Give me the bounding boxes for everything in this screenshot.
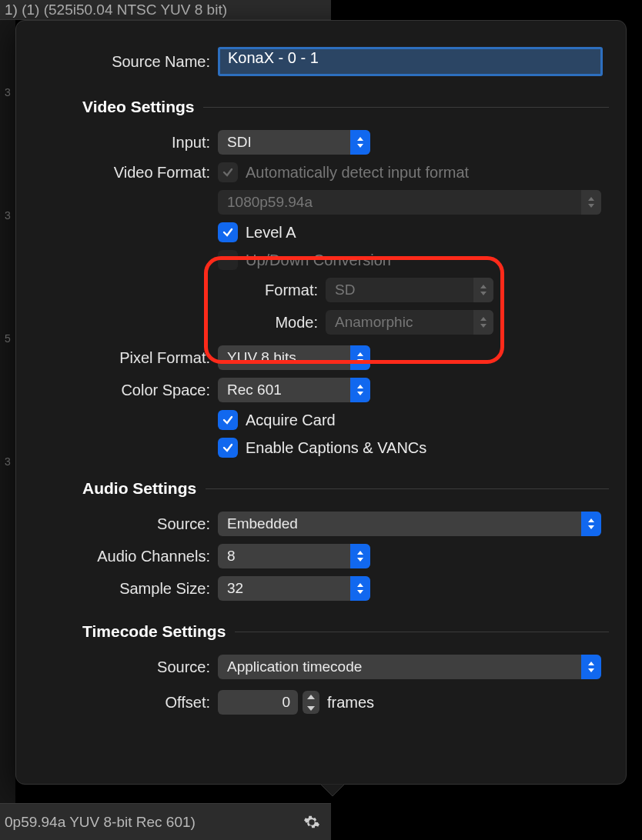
input-select[interactable]: SDI [218,130,370,155]
updown-arrows-icon [581,512,601,536]
updown-arrows-icon [350,345,370,370]
side-tick: 3 [5,455,11,468]
offset-value: 0 [282,694,290,711]
color-space-label: Color Space: [39,382,218,399]
audio-source-select[interactable]: Embedded [218,512,601,536]
conv-mode-value: Anamorphic [335,314,413,331]
audio-source-label: Source: [39,515,218,533]
conv-format-label: Format: [39,282,326,299]
color-space-select[interactable]: Rec 601 [218,378,370,402]
offset-stepper[interactable] [303,691,319,714]
stepper-down-icon[interactable] [303,702,319,714]
offset-unit: frames [327,694,374,712]
background-titlebar-text: 1) (1) (525i50.04 NTSC YUV 8 bit) [5,2,227,18]
divider [235,632,609,632]
stepper-up-icon[interactable] [303,691,319,702]
sample-size-value: 32 [227,580,243,597]
conv-format-select: SD [326,278,493,302]
pixel-format-select[interactable]: YUV 8 bits [218,345,370,370]
audio-settings-title: Audio Settings [39,479,206,498]
offset-input[interactable]: 0 [218,690,298,715]
auto-detect-label: Automatically detect input format [246,164,469,182]
background-titlebar: 1) (1) (525i50.04 NTSC YUV 8 bit) [0,0,331,20]
conv-mode-select: Anamorphic [326,310,493,335]
source-name-input[interactable]: KonaX - 0 - 1 [218,47,603,76]
updown-arrows-icon [581,655,601,679]
updown-conversion-label: Up/Down Conversion [246,252,391,269]
side-tick: 3 [5,209,11,222]
source-name-value: KonaX - 0 - 1 [228,49,319,66]
audio-channels-select[interactable]: 8 [218,544,370,568]
captions-checkbox[interactable] [218,438,238,458]
audio-source-value: Embedded [227,515,298,532]
updown-arrows-icon [350,544,370,568]
video-format-value: 1080p59.94a [227,194,313,211]
conv-mode-label: Mode: [39,314,326,332]
acquire-card-checkbox[interactable] [218,410,238,430]
timecode-settings-title: Timecode Settings [39,622,235,641]
conv-format-value: SD [335,282,355,298]
video-format-select: 1080p59.94a [218,190,601,215]
updown-arrows-icon [350,576,370,601]
tc-source-label: Source: [39,658,218,676]
sample-size-select[interactable]: 32 [218,576,370,601]
updown-arrows-icon [350,130,370,155]
gear-icon[interactable] [303,814,320,831]
tc-source-value: Application timecode [227,658,362,675]
auto-detect-checkbox[interactable] [218,162,238,182]
level-a-checkbox[interactable] [218,222,238,242]
divider [203,107,609,108]
level-a-label: Level A [246,224,296,242]
popover-arrow [320,784,345,796]
audio-channels-value: 8 [227,548,236,565]
timecode-settings-header: Timecode Settings [39,622,609,641]
video-settings-header: Video Settings [39,98,609,116]
settings-popover: Source Name: KonaX - 0 - 1 Video Setting… [15,20,627,785]
side-tick: 3 [5,86,11,98]
input-value: SDI [227,134,252,151]
side-tick: 5 [5,332,11,345]
video-format-label: Video Format: [39,164,218,182]
sample-size-label: Sample Size: [39,580,218,598]
pixel-format-label: Pixel Format: [39,349,218,367]
updown-arrows-icon [473,310,493,335]
captions-label: Enable Captions & VANCs [246,439,426,457]
pixel-format-value: YUV 8 bits [227,349,296,366]
video-settings-title: Video Settings [39,98,203,116]
audio-settings-header: Audio Settings [39,479,609,498]
divider [206,488,609,489]
updown-arrows-icon [350,378,370,402]
updown-arrows-icon [581,190,601,215]
footer-text: 0p59.94a YUV 8-bit Rec 601) [5,814,196,831]
audio-channels-label: Audio Channels: [39,548,218,565]
offset-label: Offset: [39,694,218,712]
color-space-value: Rec 601 [227,382,282,398]
background-footer: 0p59.94a YUV 8-bit Rec 601) [0,803,331,840]
input-label: Input: [39,134,218,152]
tc-source-select[interactable]: Application timecode [218,655,601,679]
background-sidebar: 3 3 5 3 [0,20,15,803]
acquire-card-label: Acquire Card [246,412,336,429]
updown-conversion-checkbox[interactable] [218,250,238,270]
updown-arrows-icon [473,278,493,302]
source-name-label: Source Name: [39,53,218,71]
